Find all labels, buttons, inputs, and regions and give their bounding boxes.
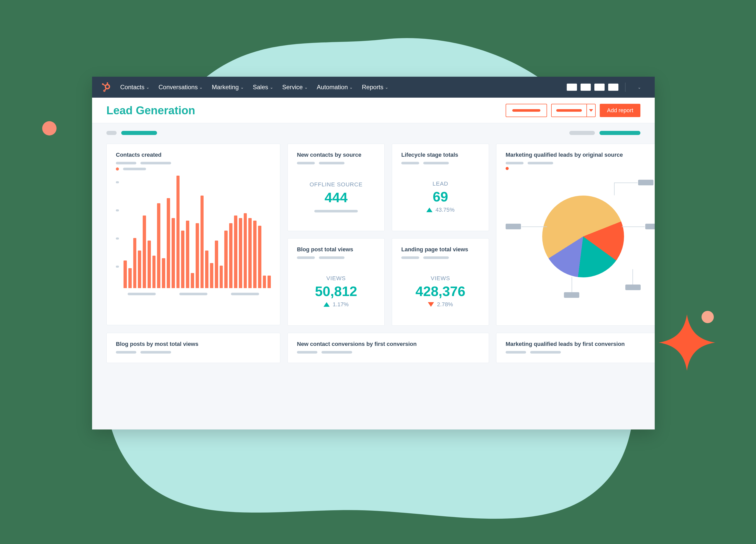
chevron-down-icon: ⌄ xyxy=(638,85,641,90)
decorative-sparkle xyxy=(659,314,715,371)
x-axis-labels xyxy=(116,293,271,295)
bar xyxy=(205,251,208,288)
pie-chart-container xyxy=(506,175,655,298)
bar xyxy=(191,273,194,288)
svg-line-6 xyxy=(105,89,106,90)
chevron-down-icon: ⌄ xyxy=(349,85,353,90)
hubspot-logo-icon[interactable] xyxy=(101,82,111,92)
svg-point-1 xyxy=(107,82,108,84)
pie-callout-label xyxy=(638,180,653,185)
page-title: Lead Generation xyxy=(106,104,502,117)
header-button-outline-1[interactable] xyxy=(506,104,547,117)
placeholder xyxy=(140,162,171,164)
bar xyxy=(224,231,228,288)
card-contact-conversions: New contact conversions by first convers… xyxy=(287,333,489,363)
kpi-value: 444 xyxy=(297,190,375,205)
caret-down-icon xyxy=(428,302,434,307)
nav-right: ⌄ xyxy=(567,82,646,92)
pie-callout-label xyxy=(645,224,655,229)
chevron-down-icon: ⌄ xyxy=(146,85,149,90)
placeholder xyxy=(116,351,136,353)
card-new-contacts-by-source: New contacts by source OFFLINE SOURCE 44… xyxy=(287,144,385,231)
card-title: Landing page total views xyxy=(401,246,480,253)
bar xyxy=(215,241,218,288)
bar xyxy=(124,261,127,288)
kpi-delta: 43.75% xyxy=(401,207,480,213)
pie-callout-line xyxy=(572,277,572,292)
bar xyxy=(152,256,156,288)
placeholder xyxy=(599,131,640,135)
bar xyxy=(258,226,261,288)
placeholder xyxy=(116,162,136,164)
kpi-label: VIEWS xyxy=(401,275,480,282)
nav-icon-placeholder[interactable] xyxy=(594,84,605,91)
nav-item-contacts[interactable]: Contacts⌄ xyxy=(120,84,149,91)
nav-label: Conversations xyxy=(159,84,198,91)
bar xyxy=(143,216,146,288)
bars-container xyxy=(124,176,271,288)
bar xyxy=(263,275,266,288)
nav-item-conversations[interactable]: Conversations⌄ xyxy=(159,84,203,91)
bar xyxy=(176,176,180,288)
placeholder xyxy=(297,162,315,164)
bar xyxy=(157,203,160,288)
bar xyxy=(244,213,247,288)
nav-item-service[interactable]: Service⌄ xyxy=(282,84,308,91)
placeholder xyxy=(530,351,561,353)
caret-up-icon xyxy=(426,208,432,212)
placeholder xyxy=(423,257,449,259)
bar xyxy=(128,268,132,288)
bar xyxy=(220,266,223,288)
nav-item-sales[interactable]: Sales⌄ xyxy=(253,84,273,91)
nav-label: Automation xyxy=(317,84,348,91)
legend-dot xyxy=(116,168,119,171)
placeholder xyxy=(528,162,553,164)
split-dropdown[interactable] xyxy=(586,104,595,117)
placeholder xyxy=(231,293,259,295)
card-landing-page-total-views: Landing page total views VIEWS 428,376 2… xyxy=(392,238,489,326)
nav-item-reports[interactable]: Reports⌄ xyxy=(362,84,388,91)
app-window: Contacts⌄ Conversations⌄ Marketing⌄ Sale… xyxy=(92,77,655,429)
chevron-down-icon: ⌄ xyxy=(385,85,388,90)
bar xyxy=(239,218,242,288)
placeholder-bar xyxy=(556,109,582,112)
chevron-down-icon: ⌄ xyxy=(304,85,308,90)
pie-chart xyxy=(542,196,624,277)
nav-icon-placeholder[interactable] xyxy=(567,84,577,91)
split-main[interactable] xyxy=(552,104,586,117)
bar xyxy=(186,221,189,288)
nav-icon-placeholder[interactable] xyxy=(608,84,618,91)
pie-callout-line xyxy=(614,183,615,195)
delta-value: 43.75% xyxy=(436,207,455,213)
y-tick xyxy=(116,238,119,240)
y-tick xyxy=(116,181,119,183)
placeholder xyxy=(179,293,207,295)
kpi-value: 69 xyxy=(401,189,480,205)
placeholder xyxy=(123,168,146,170)
placeholder xyxy=(423,162,449,164)
placeholder xyxy=(321,351,352,353)
card-title: New contact conversions by first convers… xyxy=(297,341,480,347)
kpi-label: VIEWS xyxy=(297,275,375,282)
placeholder xyxy=(401,162,419,164)
nav-label: Sales xyxy=(253,84,268,91)
nav-item-marketing[interactable]: Marketing⌄ xyxy=(212,84,243,91)
y-tick xyxy=(116,266,119,268)
top-nav: Contacts⌄ Conversations⌄ Marketing⌄ Sale… xyxy=(92,77,655,98)
account-menu[interactable]: ⌄ xyxy=(632,82,646,92)
nav-icon-placeholder[interactable] xyxy=(581,84,591,91)
nav-item-automation[interactable]: Automation⌄ xyxy=(317,84,353,91)
kpi-label: LEAD xyxy=(401,181,480,187)
decorative-dot xyxy=(42,121,57,136)
contacts-bar-chart xyxy=(116,176,271,288)
pie-callout-label xyxy=(564,292,579,298)
bar xyxy=(148,241,151,288)
card-title: Marketing qualified leads by original so… xyxy=(506,152,655,158)
placeholder xyxy=(319,257,344,259)
add-report-button[interactable]: Add report xyxy=(600,104,640,117)
bar xyxy=(253,221,257,288)
nav-label: Contacts xyxy=(120,84,144,91)
header-button-outline-split[interactable] xyxy=(551,104,596,117)
pie-callout-line xyxy=(632,269,633,284)
pie-callout-line xyxy=(622,227,645,227)
